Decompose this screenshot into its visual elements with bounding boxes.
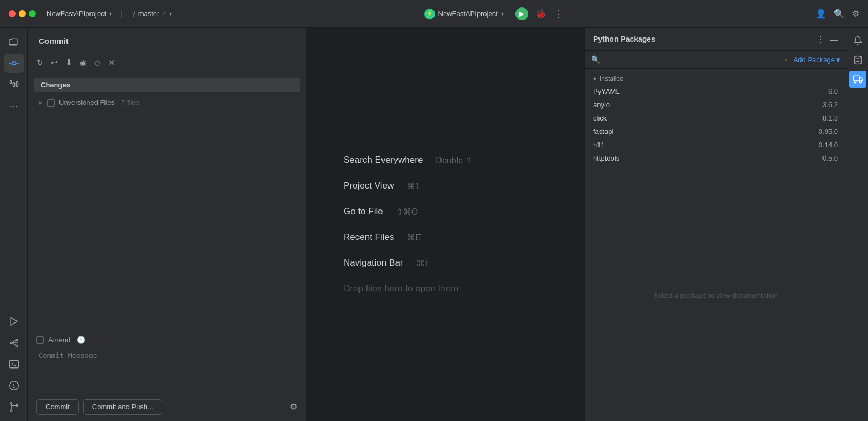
commit-settings-icon[interactable]: ⚙: [290, 402, 297, 412]
more-icon[interactable]: ⋮: [554, 8, 564, 20]
settings-icon[interactable]: ⚙: [852, 9, 859, 19]
package-row-pyyaml[interactable]: PyYAML 6.0: [585, 85, 847, 98]
amend-checkbox[interactable]: [36, 336, 44, 344]
packages-list: ▾ Installed PyYAML 6.0 anyio 3.6.2 click…: [585, 69, 847, 169]
commit-panel-header: Commit: [28, 28, 306, 52]
sidebar-item-folder[interactable]: [4, 32, 24, 51]
package-version-anyio: 3.6.2: [822, 101, 838, 109]
navigation-bar-row: Navigation Bar ⌘↑: [343, 258, 547, 268]
far-right-bar: [847, 28, 868, 421]
download-icon[interactable]: ⬇: [65, 58, 72, 67]
package-row-anyio[interactable]: anyio 3.6.2: [585, 98, 847, 111]
package-name-httptools: httptools: [593, 154, 822, 162]
package-row-h11[interactable]: h11 0.14.0: [585, 138, 847, 152]
recent-files-label: Recent Files: [343, 232, 394, 243]
package-name-click: click: [593, 114, 822, 122]
packages-panel-header: Python Packages ⋮ —: [585, 28, 847, 51]
traffic-lights: [9, 10, 36, 17]
panel-more-icon[interactable]: ⋮: [817, 34, 825, 44]
package-name-h11: h11: [593, 141, 819, 149]
center-chevron-icon: ▾: [501, 11, 504, 17]
navigation-bar-label: Navigation Bar: [343, 258, 403, 268]
package-name-fastapi: fastapi: [593, 127, 819, 136]
commit-button[interactable]: Commit: [36, 399, 79, 415]
commit-panel: Commit ↻ ↩ ⬇ ◉ ◇ ✕ Changes ▶ Unversioned…: [28, 28, 306, 421]
recent-files-row: Recent Files ⌘E: [343, 232, 547, 243]
changes-section: Changes ▶ Unversioned Files 7 files: [28, 73, 306, 113]
svg-rect-5: [16, 81, 18, 86]
search-expand-icon[interactable]: ›: [784, 56, 787, 64]
svg-point-18: [854, 56, 862, 59]
minimize-button[interactable]: [19, 10, 26, 17]
package-row-click[interactable]: click 8.1.3: [585, 111, 847, 125]
packages-search-input[interactable]: [604, 56, 780, 64]
svg-point-8: [10, 342, 12, 343]
search-icon[interactable]: 🔍: [834, 9, 844, 19]
far-right-db-icon[interactable]: [849, 51, 866, 69]
project-view-label: Project View: [343, 181, 394, 191]
svg-point-15: [10, 403, 12, 404]
svg-point-21: [859, 81, 862, 83]
refresh-icon[interactable]: ↻: [36, 58, 43, 67]
drop-hint-row: Drop files here to open them: [343, 283, 547, 294]
sidebar-item-commit[interactable]: [4, 54, 24, 73]
sidebar-item-run[interactable]: [4, 312, 24, 331]
main-layout: ··· Commit ↻ ↩ ⬇ ◉ ◇ ✕: [0, 28, 868, 421]
panel-minimize-icon[interactable]: —: [830, 35, 838, 44]
package-version-fastapi: 0.95.0: [819, 127, 838, 136]
project-name: NewFastAPIproject: [47, 10, 106, 18]
run-button[interactable]: ▶: [515, 7, 528, 20]
unversioned-label: Unversioned Files: [59, 99, 115, 107]
project-status-icon: ⚡: [424, 9, 435, 19]
panel-header-icons: ⋮ —: [817, 34, 838, 44]
changes-label: Changes: [41, 81, 70, 89]
project-view-row: Project View ⌘1: [343, 181, 547, 191]
close-button[interactable]: [9, 10, 16, 17]
packages-panel-title: Python Packages: [593, 35, 817, 43]
svg-rect-4: [13, 83, 14, 87]
sidebar-item-warning[interactable]: [4, 376, 24, 395]
recent-files-hint: ⌘E: [407, 232, 421, 243]
add-package-button[interactable]: Add Package ▾: [794, 56, 840, 64]
package-row-httptools[interactable]: httptools 0.5.0: [585, 152, 847, 165]
sidebar-item-git[interactable]: [4, 333, 24, 352]
undo-icon[interactable]: ↩: [51, 58, 58, 67]
eye-icon[interactable]: ◉: [80, 58, 87, 67]
sidebar-item-graph[interactable]: [4, 75, 24, 94]
svg-point-7: [16, 339, 17, 341]
python-packages-panel: Python Packages ⋮ — 🔍 › Add Package ▾ ▾ …: [584, 28, 847, 421]
project-title[interactable]: NewFastAPIproject ▾: [47, 10, 112, 18]
commit-push-button[interactable]: Commit and Push...: [83, 399, 162, 415]
maximize-button[interactable]: [29, 10, 36, 17]
svg-point-0: [12, 62, 16, 65]
titlebar: NewFastAPIproject ▾ | ⑂ master ✓ ▾ ⚡ New…: [0, 0, 868, 28]
account-icon[interactable]: 👤: [815, 9, 826, 19]
branch-selector[interactable]: ⑂ master ✓ ▾: [131, 10, 173, 18]
sidebar-item-more[interactable]: ···: [4, 96, 24, 116]
navigation-bar-hint: ⌘↑: [416, 258, 429, 268]
clear-icon[interactable]: ✕: [108, 58, 115, 67]
svg-point-16: [10, 410, 12, 411]
commit-actions: Commit Commit and Push... ⚙: [36, 399, 297, 415]
svg-point-9: [16, 345, 17, 347]
debug-icon[interactable]: 🐞: [536, 9, 547, 19]
check-all-icon[interactable]: ◇: [94, 58, 101, 67]
search-everywhere-label: Search Everywhere: [343, 155, 423, 166]
svg-rect-3: [10, 81, 11, 84]
commit-message-input[interactable]: [36, 349, 297, 392]
add-package-chevron-icon: ▾: [836, 56, 840, 64]
titlebar-center: ⚡ NewFastAPIproject ▾ ▶ 🐞 ⋮: [178, 7, 809, 20]
file-count: 7 files: [121, 99, 139, 107]
sidebar-item-terminal[interactable]: [4, 355, 24, 374]
unversioned-checkbox[interactable]: [47, 99, 55, 107]
package-row-fastapi[interactable]: fastapi 0.95.0: [585, 125, 847, 138]
far-right-notifications-icon[interactable]: [849, 32, 866, 49]
package-version-pyyaml: 6.0: [828, 87, 838, 95]
go-to-file-row: Go to File ⇧⌘O: [343, 206, 547, 217]
sidebar-item-branches[interactable]: [4, 397, 24, 417]
unversioned-row[interactable]: ▶ Unversioned Files 7 files: [34, 96, 300, 109]
far-right-packages-icon[interactable]: [849, 71, 866, 88]
expand-icon[interactable]: ▶: [39, 100, 43, 106]
package-version-click: 8.1.3: [822, 114, 838, 122]
project-chevron-icon: ▾: [109, 11, 112, 17]
